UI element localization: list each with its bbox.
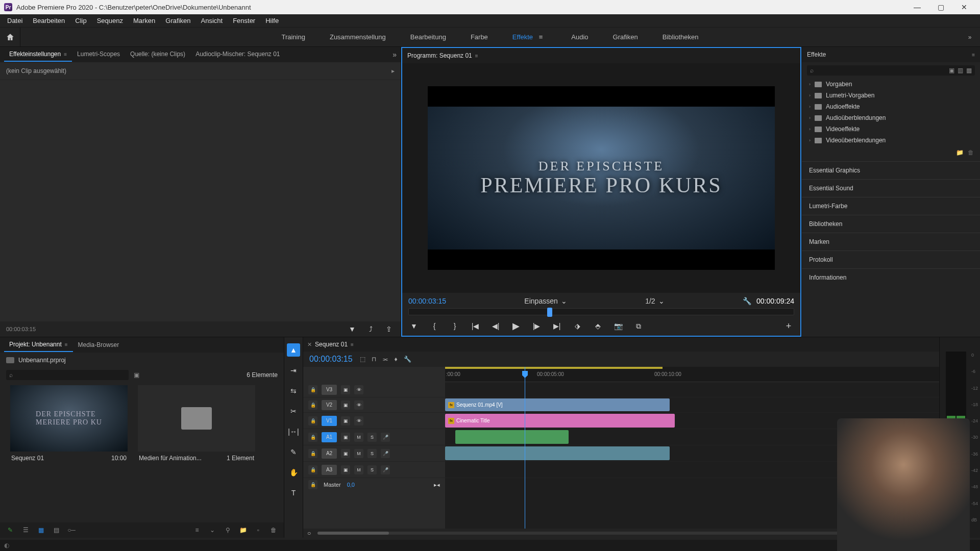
go-in-button[interactable]: { [429,320,440,332]
home-button[interactable] [0,28,20,47]
workspace-audio[interactable]: Audio [569,28,590,46]
frame-back-button[interactable]: ◀| [490,320,501,332]
program-resolution-dropdown[interactable]: 1/2 ⌄ [645,297,664,305]
voiceover-icon[interactable]: 🎤 [381,465,390,474]
program-playhead-handle[interactable] [547,308,552,317]
solo-button[interactable]: S [368,433,377,442]
new-bin-icon[interactable]: 📁 [238,525,248,535]
fx-videoeffekte[interactable]: ›Videoeffekte [802,123,980,135]
track-header-a1[interactable]: 🔒A1▣MS🎤 [303,429,445,445]
settings-icon[interactable]: 🔧 [404,356,411,363]
target-icon[interactable]: ▣ [341,400,350,410]
acc-protokoll[interactable]: Protokoll [802,251,980,268]
zoom-slider-icon[interactable]: ○─ [66,525,77,535]
track-label[interactable]: A3 [322,465,337,475]
list-view-icon[interactable]: ☰ [20,525,31,535]
tab-audioclip-mischer[interactable]: Audioclip-Mischer: Sequenz 01 [190,47,285,62]
acc-informationen[interactable]: Informationen [802,268,980,286]
program-fit-dropdown[interactable]: Einpassen ⌄ [524,297,567,305]
window-minimize-button[interactable]: — [905,0,929,14]
go-out-button[interactable]: } [449,320,460,332]
slip-tool[interactable]: |↔| [287,425,300,438]
timeline-tab-close[interactable]: ✕ [307,341,312,348]
workspace-effekte[interactable]: Effekte ≡ [510,28,549,46]
track-label[interactable]: V1 [322,416,337,426]
icon-view-icon[interactable]: ▦ [36,525,46,535]
new-bin-icon[interactable]: 📁 [956,149,964,156]
program-tab-label[interactable]: Programm: Sequenz 01 [407,52,472,59]
step-forward-button[interactable]: ▶| [551,320,562,332]
razor-tool[interactable]: ✂ [287,405,300,418]
tab-media-browser[interactable]: Media-Browser [73,338,125,352]
acc-marken[interactable]: Marken [802,233,980,251]
track-label[interactable]: V2 [322,400,337,410]
effects-panel-menu-icon[interactable]: ≡ [972,52,975,58]
track-header-v2[interactable]: 🔒V2▣👁 [303,397,445,413]
menu-fenster[interactable]: Fenster [228,15,260,27]
comparison-view-button[interactable]: ⧉ [633,320,644,332]
new-item-icon[interactable]: ▫ [253,525,263,535]
acc-lumetri-farbe[interactable]: Lumetri-Farbe [802,197,980,215]
pen-tool[interactable]: ✎ [287,445,300,459]
project-search-box[interactable]: ⌕ [6,370,129,380]
freeform-view-icon[interactable]: ▤ [51,525,61,535]
source-filter-icon[interactable]: ▼ [347,323,358,335]
solo-button[interactable]: S [368,449,377,458]
target-icon[interactable]: ▣ [341,416,350,425]
timeline-zoom-scrollbar[interactable] [317,532,925,535]
menu-hilfe[interactable]: Hilfe [260,15,284,27]
effects-yuv-icon[interactable]: ▦ [966,67,972,74]
fx-lumetri-vorgaben[interactable]: ›Lumetri-Vorgaben [802,90,980,101]
panel-menu-icon[interactable]: ≡ [64,52,67,57]
solo-button[interactable]: S [368,465,377,474]
source-bypass-icon[interactable]: ⤴ [365,323,376,335]
ripple-edit-tool[interactable]: ⇆ [287,384,300,397]
lock-icon[interactable]: 🔒 [308,416,317,425]
timeline-panel-menu-icon[interactable]: ≡ [351,342,354,347]
fx-audioeffekte[interactable]: ›Audioeffekte [802,101,980,112]
acc-essential-graphics[interactable]: Essential Graphics [802,161,980,179]
menu-grafiken[interactable]: Grafiken [160,15,195,27]
timeline-zoom-out[interactable]: ○ [307,530,317,537]
track-header-v1[interactable]: 🔒V1▣👁 [303,413,445,429]
voiceover-icon[interactable]: 🎤 [381,449,390,458]
eye-icon[interactable]: 👁 [354,385,363,394]
tab-quelle[interactable]: Quelle: (keine Clips) [125,47,190,62]
target-icon[interactable]: ▣ [341,465,350,474]
workspace-zusammenstellung[interactable]: Zusammenstellung [328,28,388,46]
add-button-icon[interactable]: + [783,320,794,332]
window-close-button[interactable]: ✕ [952,0,976,14]
clip-title-cinematic[interactable]: fxCinematic Title [445,414,675,428]
acc-essential-sound[interactable]: Essential Sound [802,179,980,197]
program-preview-area[interactable]: DER EPISCHSTE PREMIERE PRO KURS [402,63,800,293]
master-track-header[interactable]: 🔒 Master 0,0 ▸◂ [303,478,445,491]
tab-project[interactable]: Projekt: Unbenannt≡ [4,338,73,352]
eye-icon[interactable]: 👁 [354,416,363,425]
linked-selection-icon[interactable]: ⫘ [382,356,388,363]
type-tool[interactable]: T [287,486,300,499]
project-search-input[interactable] [15,372,126,378]
timeline-timecode[interactable]: 00:00:03:15 [309,355,353,364]
workspace-grafiken[interactable]: Grafiken [611,28,640,46]
menu-bearbeiten[interactable]: Bearbeiten [28,15,70,27]
delete-icon[interactable]: 🗑 [968,149,974,156]
mute-button[interactable]: M [354,465,363,474]
project-bin-view-icon[interactable]: ▣ [134,371,139,379]
acc-bibliotheken[interactable]: Bibliotheken [802,215,980,233]
voiceover-icon[interactable]: 🎤 [381,433,390,442]
lock-icon[interactable]: 🔒 [308,385,317,394]
mute-button[interactable]: M [354,433,363,442]
play-button[interactable]: ▶ [510,320,522,332]
target-icon[interactable]: ▣ [341,449,350,458]
mute-button[interactable]: M [354,449,363,458]
workspace-farbe[interactable]: Farbe [469,28,490,46]
panel-menu-icon[interactable]: ≡ [65,342,68,347]
selection-tool[interactable]: ▲ [287,343,300,357]
frame-forward-button[interactable]: |▶ [531,320,542,332]
wrench-icon[interactable]: 🔧 [743,297,751,305]
lock-icon[interactable]: 🔒 [308,433,317,442]
workspace-overflow-button[interactable]: » [960,34,980,41]
clip-audio2[interactable] [445,446,670,460]
track-header-a3[interactable]: 🔒A3▣MS🎤 [303,462,445,478]
window-maximize-button[interactable]: ▢ [929,0,952,14]
